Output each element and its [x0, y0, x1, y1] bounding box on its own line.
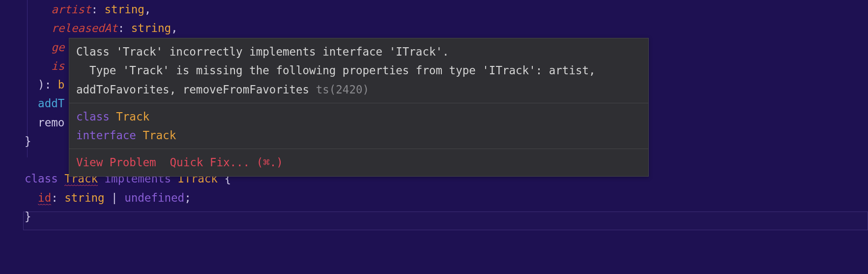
property-name: artist: [51, 3, 91, 16]
quick-fix-link[interactable]: Quick Fix... (⌘.): [170, 156, 283, 169]
code-line[interactable]: }: [25, 207, 868, 226]
code-line[interactable]: releasedAt: string,: [25, 19, 868, 37]
code-line[interactable]: id: string | undefined;: [25, 188, 868, 207]
property-name: releasedAt: [51, 22, 117, 34]
type-annotation: string: [105, 3, 145, 16]
type-annotation: string: [131, 22, 171, 34]
property-name-error[interactable]: id: [38, 191, 51, 205]
view-problem-link[interactable]: View Problem: [76, 156, 156, 169]
property-name-partial: ge: [51, 41, 64, 54]
error-code: ts(2420): [316, 83, 369, 96]
error-message-line: Type 'Track' is missing the following pr…: [76, 61, 641, 99]
symbol-signature: interface Track: [76, 126, 641, 145]
symbol-signature: class Track: [76, 107, 641, 126]
error-message-section: Class 'Track' incorrectly implements int…: [69, 38, 648, 103]
code-line[interactable]: artist: string,: [25, 0, 868, 19]
hover-tooltip: Class 'Track' incorrectly implements int…: [69, 38, 649, 177]
hover-actions-section: View ProblemQuick Fix... (⌘.): [69, 149, 648, 176]
method-name-partial: addT: [38, 97, 64, 110]
error-message-line: Class 'Track' incorrectly implements int…: [76, 42, 641, 61]
method-name-partial: remo: [38, 116, 64, 129]
symbol-info-section: class Track interface Track: [69, 103, 648, 150]
property-name-partial: is: [51, 60, 64, 72]
